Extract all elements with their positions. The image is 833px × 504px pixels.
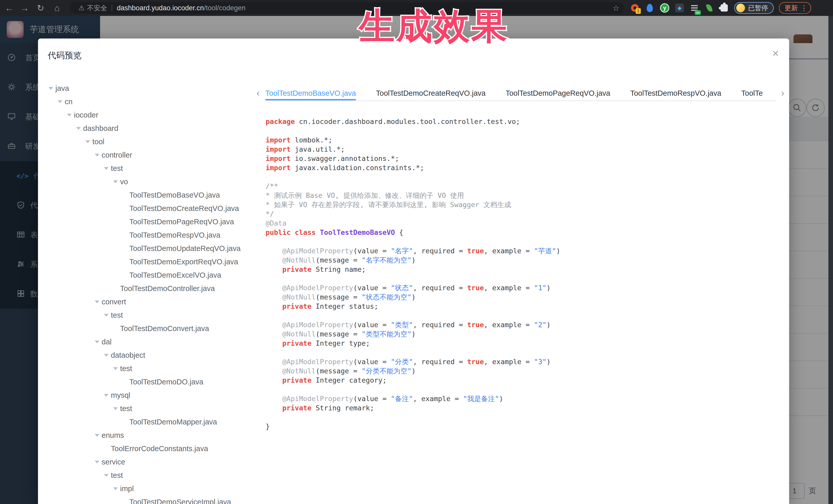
tree-caret-down-icon[interactable] bbox=[111, 487, 120, 490]
address-bar[interactable]: ⚠ 不安全 dashboard.yudao.iocoder.cn/tool/co… bbox=[70, 2, 624, 14]
tree-file-node[interactable]: ToolErrorCodeConstants.java bbox=[46, 442, 262, 455]
tree-folder-node[interactable]: cn bbox=[46, 95, 262, 108]
tree-folder-node[interactable]: dal bbox=[46, 335, 262, 349]
tree-caret-down-icon[interactable] bbox=[111, 407, 120, 410]
tree-folder-node[interactable]: controller bbox=[46, 148, 262, 162]
tree-file-node[interactable]: ToolTestDemoExportReqVO.java bbox=[46, 255, 262, 268]
back-icon[interactable]: ← bbox=[2, 0, 17, 16]
tree-caret-down-icon[interactable] bbox=[102, 354, 111, 357]
file-tab[interactable]: ToolTestDemoRespVO.java bbox=[630, 86, 721, 100]
code-line bbox=[266, 237, 779, 246]
code-line: @ApiModelProperty(value = "类型", required… bbox=[266, 320, 779, 330]
tree-folder-node[interactable]: enums bbox=[46, 429, 262, 442]
close-icon[interactable]: × bbox=[772, 48, 779, 59]
tree-folder-node[interactable]: test bbox=[46, 402, 262, 415]
reload-icon[interactable]: ↻ bbox=[33, 0, 48, 16]
tree-node-label: ToolTestDemoServiceImpl.java bbox=[129, 498, 231, 504]
tree-file-node[interactable]: ToolTestDemoExcelVO.java bbox=[46, 268, 262, 282]
code-line: @ApiModelProperty(value = "备注", example … bbox=[266, 394, 779, 403]
tree-file-node[interactable]: ToolTestDemoRespVO.java bbox=[46, 229, 262, 242]
tree-folder-node[interactable]: test bbox=[46, 469, 262, 482]
tree-caret-down-icon[interactable] bbox=[111, 367, 120, 370]
ubuntu-icon[interactable]: 1 bbox=[630, 3, 640, 13]
tree-node-label: vo bbox=[120, 177, 128, 186]
tree-caret-down-icon[interactable] bbox=[55, 100, 65, 103]
tree-caret-down-icon[interactable] bbox=[74, 127, 83, 130]
tree-caret-down-icon[interactable] bbox=[92, 434, 102, 437]
home-icon[interactable]: ⌂ bbox=[50, 0, 64, 16]
tree-caret-down-icon[interactable] bbox=[102, 474, 111, 477]
code-line: import javax.validation.constraints.*; bbox=[266, 163, 779, 172]
tree-file-node[interactable]: ToolTestDemoMapper.java bbox=[46, 415, 262, 429]
sprout-icon[interactable] bbox=[705, 3, 714, 13]
tree-file-node[interactable]: ToolTestDemoDO.java bbox=[46, 375, 262, 388]
code-line: @ApiModelProperty(value = "名字", required… bbox=[266, 246, 779, 256]
tree-file-node[interactable]: ToolTestDemoPageReqVO.java bbox=[46, 215, 262, 229]
tree-folder-node[interactable]: vo bbox=[46, 175, 262, 188]
tree-node-label: dataobject bbox=[111, 351, 145, 360]
tree-folder-node[interactable]: impl bbox=[46, 482, 262, 495]
tabs-scroll-right-icon[interactable]: › bbox=[781, 88, 784, 99]
tree-caret-down-icon[interactable] bbox=[92, 340, 102, 343]
code-line: @NotNull(message = "名字不能为空") bbox=[266, 256, 779, 265]
tree-folder-node[interactable]: service bbox=[46, 455, 262, 469]
tree-file-node[interactable]: ToolTestDemoBaseVO.java bbox=[46, 188, 262, 202]
puzzle-icon[interactable] bbox=[719, 3, 729, 13]
tree-folder-node[interactable]: mysql bbox=[46, 388, 262, 402]
file-tab[interactable]: ToolTestDemoCreateReqVO.java bbox=[376, 86, 485, 100]
tree-caret-down-icon[interactable] bbox=[111, 181, 120, 183]
address-divider bbox=[112, 5, 112, 11]
gem-grid-icon[interactable]: ◆ bbox=[675, 3, 684, 13]
tree-file-node[interactable]: ToolTestDemoController.java bbox=[46, 282, 262, 295]
profile-chip[interactable]: 已暂停 bbox=[734, 2, 774, 14]
drop-icon[interactable] bbox=[645, 3, 654, 13]
tree-caret-down-icon[interactable] bbox=[92, 301, 102, 303]
profile-emoji-avatar bbox=[736, 4, 745, 12]
code-line: @Data bbox=[266, 219, 779, 228]
tree-folder-node[interactable]: iocoder bbox=[46, 108, 262, 122]
tabs-scroll-left-icon[interactable]: ‹ bbox=[257, 88, 260, 99]
tree-node-label: test bbox=[120, 364, 132, 373]
green-y-icon[interactable]: y bbox=[660, 3, 669, 13]
bookmark-star-icon[interactable]: ☆ bbox=[613, 4, 619, 13]
tree-folder-node[interactable]: java bbox=[46, 81, 262, 95]
update-button[interactable]: 更新 ⋮ bbox=[779, 2, 811, 14]
tree-node-label: ToolTestDemoController.java bbox=[120, 284, 215, 293]
tree-folder-node[interactable]: test bbox=[46, 162, 262, 175]
file-tab[interactable]: ToolTe bbox=[741, 86, 763, 100]
tree-caret-down-icon[interactable] bbox=[102, 394, 111, 397]
url-host: dashboard.yudao.iocoder.cn bbox=[117, 4, 204, 12]
tree-caret-down-icon[interactable] bbox=[92, 154, 102, 157]
tree-node-label: test bbox=[111, 311, 123, 319]
warning-icon: ⚠ bbox=[78, 4, 85, 12]
tree-caret-down-icon[interactable] bbox=[83, 140, 92, 143]
tree-caret-down-icon[interactable] bbox=[92, 461, 102, 463]
tree-file-node[interactable]: ToolTestDemoUpdateReqVO.java bbox=[46, 242, 262, 255]
menu-dots-icon[interactable]: ⋮ bbox=[801, 4, 808, 12]
tree-caret-down-icon[interactable] bbox=[46, 87, 55, 90]
file-tab[interactable]: ToolTestDemoBaseVO.java bbox=[265, 86, 356, 100]
page-scrollbar[interactable] bbox=[828, 16, 833, 504]
tree-caret-down-icon[interactable] bbox=[102, 314, 111, 317]
tree-caret-down-icon[interactable] bbox=[65, 114, 74, 117]
tree-folder-node[interactable]: dashboard bbox=[46, 122, 262, 135]
security-label: 不安全 bbox=[87, 4, 107, 13]
tree-folder-node[interactable]: tool bbox=[46, 135, 262, 148]
list-on-icon[interactable]: on bbox=[690, 3, 699, 13]
file-tabs-bar: ‹ ToolTestDemoBaseVO.javaToolTestDemoCre… bbox=[256, 86, 785, 101]
tree-folder-node[interactable]: convert bbox=[46, 295, 262, 309]
tree-folder-node[interactable]: test bbox=[46, 309, 262, 322]
tree-folder-node[interactable]: test bbox=[46, 362, 262, 375]
file-tab[interactable]: ToolTestDemoPageReqVO.java bbox=[505, 86, 610, 100]
tree-node-label: ToolTestDemoExportReqVO.java bbox=[129, 258, 238, 266]
tree-file-node[interactable]: ToolTestDemoConvert.java bbox=[46, 322, 262, 335]
tree-node-label: dal bbox=[102, 338, 112, 346]
tree-file-node[interactable]: ToolTestDemoCreateReqVO.java bbox=[46, 202, 262, 215]
tree-folder-node[interactable]: dataobject bbox=[46, 349, 262, 362]
tree-caret-down-icon[interactable] bbox=[102, 167, 111, 170]
tree-node-label: java bbox=[55, 84, 69, 93]
tree-file-node[interactable]: ToolTestDemoServiceImpl.java bbox=[46, 495, 262, 504]
forward-icon[interactable]: → bbox=[18, 0, 32, 16]
tree-node-label: test bbox=[111, 471, 123, 480]
code-line bbox=[266, 311, 779, 320]
